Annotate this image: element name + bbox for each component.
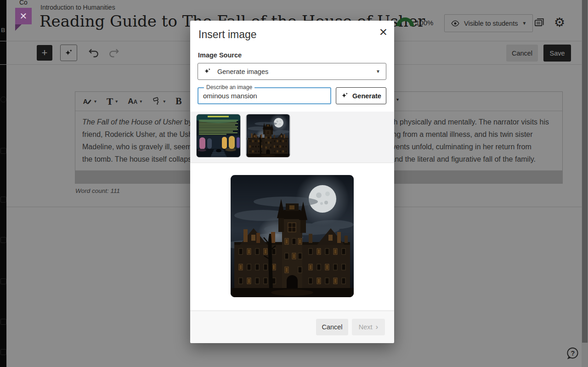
close-icon[interactable]: ✕	[379, 26, 388, 39]
generate-button[interactable]: Generate	[336, 87, 386, 104]
selected-image-preview[interactable]	[231, 175, 354, 297]
sparkle-icon	[341, 92, 349, 100]
chevron-right-icon: ›	[376, 322, 379, 332]
thumbnail-storybook[interactable]	[197, 114, 240, 157]
modal-footer: Cancel Next ›	[190, 311, 394, 343]
insert-image-modal: Insert image ✕ Image Source Generate ima…	[190, 21, 394, 343]
sparkle-icon	[204, 68, 211, 75]
image-source-value: Generate images	[217, 68, 268, 75]
describe-image-label: Describe an image	[204, 84, 254, 90]
modal-cancel-button[interactable]: Cancel	[316, 319, 348, 335]
image-source-select[interactable]: Generate images ▼	[198, 63, 386, 80]
generate-label: Generate	[352, 92, 381, 100]
describe-image-field: Describe an image	[198, 87, 331, 104]
panel-close-fold	[15, 24, 22, 31]
chevron-down-icon: ▼	[376, 69, 380, 74]
generated-thumbnails	[190, 112, 394, 163]
thumbnail-mansion[interactable]	[246, 114, 290, 157]
app-window: B Co Introduction to Humanities Reading …	[0, 0, 588, 367]
panel-close-button[interactable]: ✕	[15, 8, 32, 24]
modal-next-button[interactable]: Next ›	[352, 319, 385, 335]
modal-title: Insert image	[198, 28, 257, 41]
image-source-label: Image Source	[198, 51, 242, 59]
